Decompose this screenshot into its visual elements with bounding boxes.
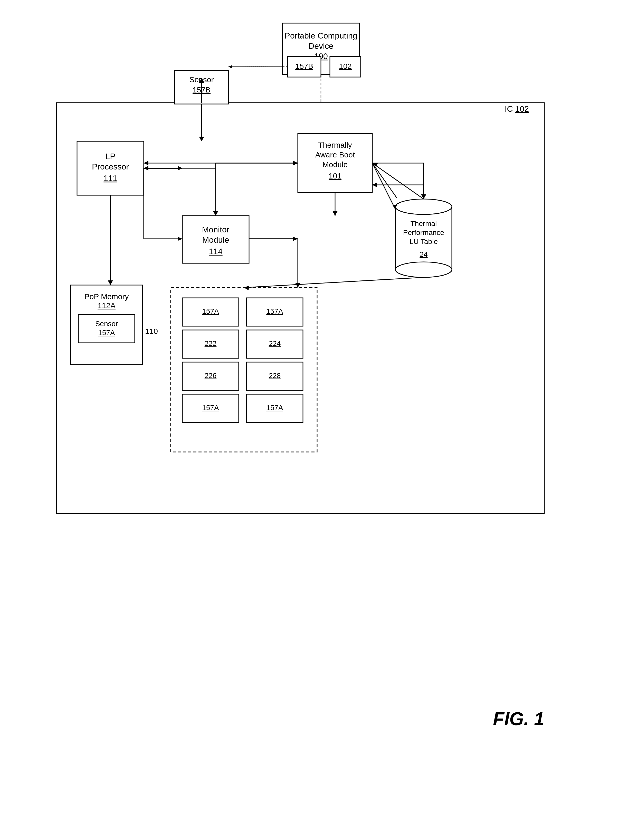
svg-rect-55: [246, 394, 303, 422]
svg-text:Thermal: Thermal: [410, 219, 437, 227]
svg-rect-4: [57, 103, 544, 513]
svg-rect-49: [182, 362, 239, 390]
svg-text:Processor: Processor: [92, 162, 129, 171]
svg-text:Performance: Performance: [403, 229, 444, 237]
svg-text:PoP Memory: PoP Memory: [84, 292, 129, 301]
svg-text:102: 102: [339, 62, 352, 70]
svg-marker-91: [421, 194, 426, 199]
svg-marker-88: [392, 205, 397, 209]
svg-text:157A: 157A: [266, 404, 283, 412]
svg-line-81: [244, 277, 424, 287]
svg-marker-94: [372, 183, 377, 187]
svg-text:Thermally: Thermally: [318, 141, 352, 149]
svg-text:Sensor: Sensor: [95, 320, 118, 328]
svg-rect-36: [78, 314, 135, 343]
svg-marker-71: [144, 161, 148, 166]
svg-text:226: 226: [205, 372, 217, 379]
svg-marker-65: [144, 166, 148, 171]
svg-rect-9: [287, 57, 321, 77]
svg-text:101: 101: [329, 172, 341, 180]
svg-text:112A: 112A: [98, 301, 115, 310]
svg-marker-82: [244, 286, 249, 290]
svg-text:Portable Computing: Portable Computing: [285, 31, 357, 40]
svg-line-79: [372, 163, 424, 199]
svg-text:Module: Module: [202, 235, 229, 245]
svg-text:Device: Device: [308, 41, 333, 51]
svg-text:Monitor: Monitor: [202, 225, 230, 234]
svg-point-27: [395, 199, 452, 215]
svg-text:Module: Module: [322, 160, 348, 169]
svg-text:LU Table: LU Table: [410, 238, 438, 245]
svg-text:157B: 157B: [193, 85, 210, 94]
svg-rect-39: [171, 287, 317, 452]
svg-marker-75: [293, 237, 298, 241]
svg-text:157A: 157A: [202, 404, 219, 412]
svg-marker-80: [372, 163, 378, 167]
svg-rect-22: [182, 216, 249, 263]
svg-line-78: [372, 163, 397, 198]
svg-rect-0: [282, 23, 360, 74]
svg-rect-11: [330, 57, 361, 77]
svg-marker-63: [178, 237, 182, 241]
svg-text:157A: 157A: [202, 307, 219, 315]
svg-marker-97: [295, 283, 300, 287]
svg-text:110: 110: [145, 327, 158, 335]
svg-marker-61: [199, 137, 204, 141]
svg-marker-69: [293, 161, 298, 166]
svg-rect-33: [71, 285, 142, 365]
svg-text:228: 228: [269, 372, 281, 379]
svg-text:114: 114: [209, 247, 222, 256]
svg-rect-51: [246, 362, 303, 390]
svg-text:157A: 157A: [98, 329, 115, 337]
svg-marker-84: [108, 280, 113, 285]
svg-marker-102: [178, 166, 182, 171]
svg-text:157A: 157A: [266, 307, 283, 315]
svg-marker-77: [333, 211, 338, 216]
svg-rect-47: [246, 330, 303, 358]
diagram-container: Portable Computing Device 100 IC 102 Sen…: [31, 16, 596, 760]
svg-rect-41: [182, 298, 239, 326]
svg-text:224: 224: [269, 339, 281, 347]
svg-text:111: 111: [104, 174, 117, 183]
svg-text:222: 222: [205, 339, 217, 347]
svg-point-28: [395, 262, 452, 277]
svg-marker-73: [213, 211, 218, 216]
svg-line-87: [372, 163, 395, 209]
svg-text:157B: 157B: [295, 62, 313, 70]
svg-text:Sensor: Sensor: [189, 75, 214, 84]
svg-rect-53: [182, 394, 239, 422]
svg-rect-13: [77, 141, 144, 195]
svg-marker-86: [199, 137, 204, 141]
svg-text:100: 100: [314, 52, 328, 61]
svg-rect-43: [246, 298, 303, 326]
svg-rect-26: [395, 205, 452, 270]
svg-rect-17: [298, 134, 372, 193]
svg-rect-6: [175, 71, 229, 104]
svg-text:IC 102: IC 102: [505, 104, 529, 114]
svg-rect-45: [182, 330, 239, 358]
svg-marker-58: [229, 65, 232, 69]
svg-marker-99: [199, 78, 204, 83]
diagram-svg: Portable Computing Device 100 IC 102 Sen…: [31, 16, 596, 760]
svg-text:LP: LP: [105, 152, 115, 161]
figure-label: FIG. 1: [493, 708, 544, 729]
svg-text:24: 24: [420, 250, 428, 258]
svg-text:Aware Boot: Aware Boot: [315, 150, 355, 159]
